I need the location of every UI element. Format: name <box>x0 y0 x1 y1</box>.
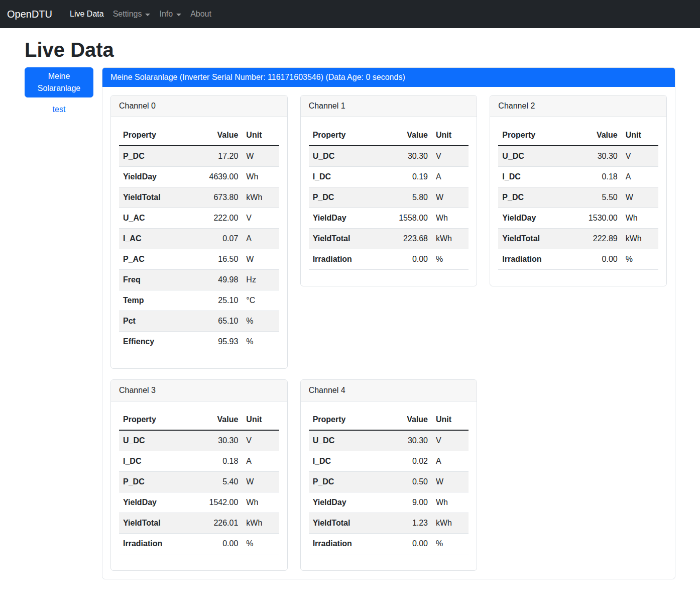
property-name-cell: YieldDay <box>119 167 189 187</box>
channel-card-body: Property Value Unit U_DC 30.30 V I_DC 0.… <box>111 401 287 570</box>
property-value-cell: 25.10 <box>189 290 242 311</box>
table-header-row: Property Value Unit <box>119 410 279 430</box>
nav-item-settings[interactable]: Settings <box>108 6 155 23</box>
property-value-cell: 0.00 <box>189 534 242 554</box>
property-value-cell: 30.30 <box>569 146 622 167</box>
property-name-cell: U_DC <box>119 430 189 451</box>
property-name-cell: U_AC <box>119 208 189 229</box>
column-header-value: Value <box>189 125 242 146</box>
table-row: YieldDay 1558.00 Wh <box>309 208 469 229</box>
channel-card-body: Property Value Unit U_DC 30.30 V I_DC 0.… <box>301 117 477 286</box>
property-name-cell: I_DC <box>309 167 379 187</box>
property-name-cell: YieldDay <box>498 208 568 229</box>
property-name-cell: P_DC <box>498 187 568 208</box>
property-unit-cell: Wh <box>622 208 658 229</box>
property-unit-cell: W <box>432 187 469 208</box>
nav-item-live-data[interactable]: Live Data <box>65 6 108 23</box>
property-value-cell: 30.30 <box>189 430 242 451</box>
property-value-cell: 0.18 <box>569 167 622 187</box>
property-unit-cell: A <box>432 167 469 187</box>
property-value-cell: 0.18 <box>189 451 242 472</box>
channel-properties-table: Property Value Unit U_DC 30.30 V I_DC 0.… <box>309 410 469 554</box>
channel-properties-table: Property Value Unit U_DC 30.30 V I_DC 0.… <box>119 410 279 554</box>
property-name-cell: I_DC <box>309 451 379 472</box>
nav-item-settings-label: Settings <box>113 10 142 19</box>
property-unit-cell: W <box>242 146 279 167</box>
table-row: I_DC 0.18 A <box>119 451 279 472</box>
property-unit-cell: Hz <box>242 270 279 290</box>
property-value-cell: 1558.00 <box>379 208 432 229</box>
property-unit-cell: A <box>242 451 279 472</box>
property-value-cell: 0.00 <box>379 249 432 270</box>
channel-card-title: Channel 2 <box>490 95 666 117</box>
column-header-unit: Unit <box>432 410 469 430</box>
table-row: I_DC 0.19 A <box>309 167 469 187</box>
property-unit-cell: kWh <box>242 187 279 208</box>
property-name-cell: I_DC <box>498 167 568 187</box>
property-unit-cell: V <box>242 430 279 451</box>
channel-card: Channel 4 Property Value Unit U_DC 30.30… <box>300 379 478 571</box>
property-unit-cell: V <box>432 146 469 167</box>
sidebar-link-test[interactable]: test <box>25 105 93 114</box>
nav-item-about[interactable]: About <box>186 6 216 23</box>
table-row: YieldDay 1542.00 Wh <box>119 492 279 513</box>
property-unit-cell: Wh <box>432 208 469 229</box>
inverter-select-button[interactable]: Meine Solaranlage <box>25 67 93 97</box>
table-row: YieldDay 4639.00 Wh <box>119 167 279 187</box>
property-value-cell: 0.00 <box>569 249 622 270</box>
property-name-cell: Pct <box>119 311 189 332</box>
channel-properties-table: Property Value Unit P_DC 17.20 W YieldDa… <box>119 125 279 352</box>
column-header-value: Value <box>379 125 432 146</box>
property-value-cell: 0.02 <box>379 451 432 472</box>
table-row: U_AC 222.00 V <box>119 208 279 229</box>
channel-properties-table: Property Value Unit U_DC 30.30 V I_DC 0.… <box>498 125 658 270</box>
property-value-cell: 1530.00 <box>569 208 622 229</box>
property-unit-cell: % <box>622 249 658 270</box>
property-unit-cell: kWh <box>622 229 658 249</box>
channel-properties-table: Property Value Unit U_DC 30.30 V I_DC 0.… <box>309 125 469 270</box>
table-row: YieldTotal 673.80 kWh <box>119 187 279 208</box>
channels-grid: Channel 0 Property Value Unit P_DC 17.20… <box>110 95 667 571</box>
table-row: Irradiation 0.00 % <box>119 534 279 554</box>
property-unit-cell: V <box>622 146 658 167</box>
channel-card: Channel 0 Property Value Unit P_DC 17.20… <box>110 95 288 369</box>
table-row: P_DC 5.50 W <box>498 187 658 208</box>
table-row: YieldTotal 226.01 kWh <box>119 513 279 534</box>
column-header-property: Property <box>498 125 568 146</box>
property-name-cell: U_DC <box>498 146 568 167</box>
property-unit-cell: % <box>432 534 469 554</box>
nav-item-info[interactable]: Info <box>155 6 186 23</box>
inverter-sidebar: Meine Solaranlage test <box>25 67 93 114</box>
property-unit-cell: W <box>242 472 279 492</box>
property-value-cell: 0.50 <box>379 472 432 492</box>
channel-card: Channel 3 Property Value Unit U_DC 30.30… <box>110 379 288 571</box>
column-header-unit: Unit <box>622 125 658 146</box>
channel-card: Channel 2 Property Value Unit U_DC 30.30… <box>490 95 667 286</box>
property-unit-cell: A <box>622 167 658 187</box>
property-unit-cell: V <box>242 208 279 229</box>
property-unit-cell: Wh <box>432 492 469 513</box>
column-header-value: Value <box>189 410 242 430</box>
property-unit-cell: % <box>242 534 279 554</box>
property-name-cell: P_DC <box>309 187 379 208</box>
content-layout: Meine Solaranlage test Meine Solaranlage… <box>25 67 675 579</box>
chevron-down-icon <box>145 14 150 16</box>
property-name-cell: P_AC <box>119 249 189 270</box>
inverter-panel-header: Meine Solaranlage (Inverter Serial Numbe… <box>102 68 675 87</box>
property-name-cell: YieldDay <box>309 208 379 229</box>
property-value-cell: 223.68 <box>379 229 432 249</box>
column-header-value: Value <box>569 125 622 146</box>
table-row: YieldDay 9.00 Wh <box>309 492 469 513</box>
inverter-panel: Meine Solaranlage (Inverter Serial Numbe… <box>102 67 675 579</box>
column-header-property: Property <box>119 125 189 146</box>
property-name-cell: Irradiation <box>309 534 379 554</box>
property-value-cell: 673.80 <box>189 187 242 208</box>
property-unit-cell: kWh <box>432 229 469 249</box>
table-row: P_DC 17.20 W <box>119 146 279 167</box>
property-value-cell: 5.80 <box>379 187 432 208</box>
property-value-cell: 0.19 <box>379 167 432 187</box>
table-header-row: Property Value Unit <box>309 125 469 146</box>
channel-card-title: Channel 4 <box>301 380 477 401</box>
brand-logo[interactable]: OpenDTU <box>7 9 52 20</box>
chevron-down-icon <box>176 14 181 16</box>
